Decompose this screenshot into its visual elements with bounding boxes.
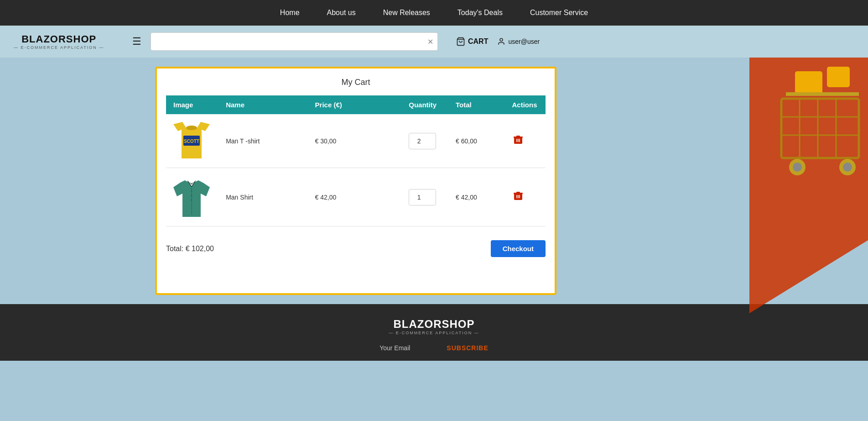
cart-title: My Cart: [166, 78, 546, 87]
trash-icon: [514, 135, 523, 145]
cart-table: Image Name Price (€) Quantity Total Acti…: [166, 95, 546, 226]
logo: BLAZORSHOP — E-COMMERCE APPLICATION —: [14, 33, 104, 50]
user-label: user@user: [508, 38, 540, 45]
svg-point-16: [191, 190, 192, 192]
col-header-actions: Actions: [504, 95, 546, 114]
nav-customer-service[interactable]: Customer Service: [530, 9, 588, 17]
cart-row-1: SCOTT Man T -shirt € 30,00 € 60,00: [166, 114, 546, 168]
col-header-total: Total: [448, 95, 504, 114]
cart-footer: Total: € 102,00 Checkout: [166, 236, 546, 257]
cart-total: Total: € 102,00: [166, 245, 214, 253]
footer-bottom: Your Email SUBSCRIBE: [9, 344, 859, 352]
nav-new-releases[interactable]: New Releases: [383, 9, 430, 17]
user-icon: [497, 37, 505, 46]
cart-item-1-actions: [504, 114, 546, 168]
footer-brand-tagline: — E-COMMERCE APPLICATION —: [9, 331, 859, 335]
nav-home[interactable]: Home: [280, 9, 300, 17]
delete-item-2-button[interactable]: [512, 189, 525, 205]
cart-icon: [456, 37, 465, 46]
footer-brand-name: BLAZORSHOP: [9, 318, 859, 331]
cart-item-2-total: € 42,00: [448, 168, 504, 226]
cart-table-body: SCOTT Man T -shirt € 30,00 € 60,00: [166, 114, 546, 226]
trash-icon-2: [514, 191, 523, 201]
delete-item-1-button[interactable]: [512, 133, 525, 149]
svg-point-36: [793, 163, 802, 172]
header-middle: ☰ ✕ CART user@user: [132, 32, 854, 51]
cart-item-2-price: € 42,00: [308, 168, 402, 226]
svg-rect-21: [514, 193, 523, 194]
svg-point-38: [843, 163, 852, 172]
shopping-cart-svg: [713, 58, 868, 313]
nav-about[interactable]: About us: [327, 9, 356, 17]
checkout-button[interactable]: Checkout: [491, 240, 546, 257]
cart-decor-image: [713, 58, 868, 313]
cart-item-2-image-cell: [166, 168, 218, 226]
cart-button[interactable]: CART: [456, 37, 488, 46]
search-wrapper: ✕: [151, 32, 438, 51]
svg-point-18: [191, 200, 192, 201]
footer-email-label: Your Email: [379, 344, 410, 352]
col-header-price: Price (€): [308, 95, 402, 114]
cart-label: CART: [468, 37, 488, 46]
cart-row-2: Man Shirt € 42,00 € 42,00: [166, 168, 546, 226]
svg-point-5: [186, 126, 197, 130]
col-header-name: Name: [218, 95, 307, 114]
svg-point-17: [191, 195, 192, 196]
cart-item-2-name: Man Shirt: [218, 168, 307, 226]
cart-panel: My Cart Image Name Price (€) Quantity To…: [155, 67, 556, 295]
svg-rect-27: [827, 67, 850, 87]
svg-point-1: [500, 38, 503, 41]
cart-item-2-quantity[interactable]: [409, 189, 436, 205]
cart-item-2-actions: [504, 168, 546, 226]
brand-name: BLAZORSHOP: [21, 33, 96, 45]
cart-item-1-name: Man T -shirt: [218, 114, 307, 168]
shirt-image: [173, 174, 210, 219]
top-nav: Home About us New Releases Today's Deals…: [0, 0, 868, 26]
footer-subscribe-button[interactable]: SUBSCRIBE: [447, 344, 488, 352]
svg-text:SCOTT: SCOTT: [184, 139, 199, 144]
brand-tagline: — E-COMMERCE APPLICATION —: [14, 45, 104, 50]
header-bar: BLAZORSHOP — E-COMMERCE APPLICATION — ☰ …: [0, 26, 868, 58]
cart-item-1-quantity[interactable]: [409, 133, 436, 149]
user-button[interactable]: user@user: [497, 37, 540, 46]
cart-table-header: Image Name Price (€) Quantity Total Acti…: [166, 95, 546, 114]
cart-item-1-qty-cell: [401, 114, 448, 168]
tshirt-image: SCOTT: [173, 120, 210, 161]
main-content: My Cart Image Name Price (€) Quantity To…: [0, 58, 868, 304]
col-header-quantity: Quantity: [401, 95, 448, 114]
nav-todays-deals[interactable]: Today's Deals: [457, 9, 503, 17]
cart-item-1-price: € 30,00: [308, 114, 402, 168]
cart-item-1-total: € 60,00: [448, 114, 504, 168]
search-clear-icon[interactable]: ✕: [427, 37, 433, 46]
hamburger-menu[interactable]: ☰: [132, 37, 141, 47]
search-input[interactable]: [151, 32, 438, 51]
header-actions: CART user@user: [456, 37, 540, 46]
col-header-image: Image: [166, 95, 218, 114]
cart-item-2-qty-cell: [401, 168, 448, 226]
svg-rect-8: [514, 137, 523, 138]
cart-item-1-image-cell: SCOTT: [166, 114, 218, 168]
svg-rect-26: [795, 71, 822, 94]
